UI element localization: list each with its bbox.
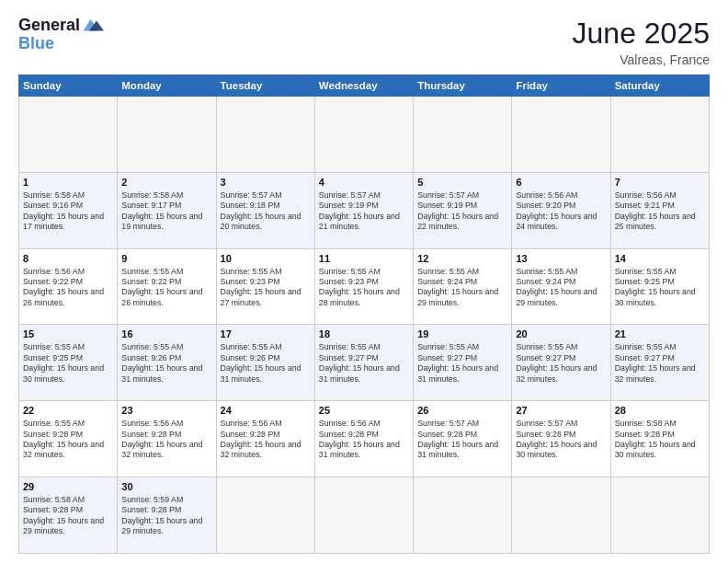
table-row: 21Sunrise: 5:55 AMSunset: 9:27 PMDayligh… bbox=[610, 325, 709, 401]
logo-text: General bbox=[18, 17, 80, 35]
day-number: 20 bbox=[516, 327, 606, 341]
table-row bbox=[414, 97, 512, 173]
day-info: Sunrise: 5:57 AMSunset: 9:28 PMDaylight:… bbox=[516, 419, 606, 461]
table-row bbox=[414, 477, 512, 554]
day-number: 12 bbox=[417, 252, 507, 266]
logo: General Blue bbox=[18, 17, 106, 53]
day-number: 2 bbox=[121, 176, 211, 190]
day-info: Sunrise: 5:59 AMSunset: 9:28 PMDaylight:… bbox=[121, 495, 211, 537]
day-number: 16 bbox=[121, 327, 211, 341]
table-row: 13Sunrise: 5:55 AMSunset: 9:24 PMDayligh… bbox=[512, 248, 610, 325]
table-row: 24Sunrise: 5:56 AMSunset: 9:28 PMDayligh… bbox=[216, 401, 314, 477]
day-number: 25 bbox=[319, 404, 409, 418]
table-row: 30Sunrise: 5:59 AMSunset: 9:28 PMDayligh… bbox=[118, 477, 216, 554]
day-number: 11 bbox=[319, 252, 409, 266]
table-row: 16Sunrise: 5:55 AMSunset: 9:26 PMDayligh… bbox=[118, 325, 216, 401]
day-number: 5 bbox=[417, 176, 507, 190]
title-block: June 2025 Valreas, France bbox=[573, 17, 710, 67]
day-info: Sunrise: 5:55 AMSunset: 9:22 PMDaylight:… bbox=[121, 267, 211, 309]
calendar-subtitle: Valreas, France bbox=[573, 52, 710, 67]
day-number: 24 bbox=[221, 404, 311, 418]
day-number: 7 bbox=[615, 176, 705, 190]
day-number: 30 bbox=[121, 480, 211, 494]
day-number: 28 bbox=[615, 404, 705, 418]
day-info: Sunrise: 5:57 AMSunset: 9:28 PMDaylight:… bbox=[417, 419, 507, 461]
day-info: Sunrise: 5:55 AMSunset: 9:27 PMDaylight:… bbox=[516, 342, 606, 385]
table-row bbox=[118, 97, 216, 173]
day-info: Sunrise: 5:55 AMSunset: 9:26 PMDaylight:… bbox=[221, 342, 311, 385]
table-row: 25Sunrise: 5:56 AMSunset: 9:28 PMDayligh… bbox=[314, 401, 413, 477]
day-info: Sunrise: 5:55 AMSunset: 9:25 PMDaylight:… bbox=[23, 342, 113, 385]
day-number: 8 bbox=[23, 252, 113, 266]
table-row: 22Sunrise: 5:55 AMSunset: 9:28 PMDayligh… bbox=[19, 401, 118, 477]
day-info: Sunrise: 5:58 AMSunset: 9:17 PMDaylight:… bbox=[121, 190, 211, 233]
day-info: Sunrise: 5:55 AMSunset: 9:28 PMDaylight:… bbox=[23, 419, 113, 461]
table-row: 29Sunrise: 5:58 AMSunset: 9:28 PMDayligh… bbox=[19, 477, 118, 554]
day-info: Sunrise: 5:57 AMSunset: 9:19 PMDaylight:… bbox=[319, 190, 409, 233]
calendar-header-row: Sunday Monday Tuesday Wednesday Thursday… bbox=[19, 75, 710, 97]
day-number: 22 bbox=[23, 404, 113, 418]
table-row: 17Sunrise: 5:55 AMSunset: 9:26 PMDayligh… bbox=[216, 325, 314, 401]
table-row: 28Sunrise: 5:58 AMSunset: 9:28 PMDayligh… bbox=[610, 401, 709, 477]
table-row bbox=[314, 477, 413, 554]
table-row: 23Sunrise: 5:56 AMSunset: 9:28 PMDayligh… bbox=[118, 401, 216, 477]
day-info: Sunrise: 5:55 AMSunset: 9:23 PMDaylight:… bbox=[221, 267, 311, 309]
day-number: 3 bbox=[221, 176, 311, 190]
day-number: 17 bbox=[221, 327, 311, 341]
day-info: Sunrise: 5:56 AMSunset: 9:20 PMDaylight:… bbox=[516, 190, 606, 233]
col-thursday: Thursday bbox=[414, 75, 512, 97]
day-info: Sunrise: 5:56 AMSunset: 9:21 PMDaylight:… bbox=[615, 190, 705, 233]
col-monday: Monday bbox=[118, 75, 216, 97]
logo-icon bbox=[82, 17, 104, 35]
calendar-title: June 2025 bbox=[573, 17, 710, 51]
day-info: Sunrise: 5:56 AMSunset: 9:28 PMDaylight:… bbox=[121, 419, 211, 461]
table-row bbox=[216, 97, 314, 173]
calendar-table: Sunday Monday Tuesday Wednesday Thursday… bbox=[18, 75, 710, 554]
table-row: 7Sunrise: 5:56 AMSunset: 9:21 PMDaylight… bbox=[610, 172, 709, 248]
col-wednesday: Wednesday bbox=[314, 75, 413, 97]
table-row bbox=[216, 477, 314, 554]
day-number: 19 bbox=[417, 327, 507, 341]
table-row: 3Sunrise: 5:57 AMSunset: 9:18 PMDaylight… bbox=[216, 172, 314, 248]
table-row bbox=[512, 477, 610, 554]
page: General Blue June 2025 Valreas, France S… bbox=[0, 0, 728, 563]
col-saturday: Saturday bbox=[610, 75, 709, 97]
day-info: Sunrise: 5:57 AMSunset: 9:19 PMDaylight:… bbox=[417, 190, 507, 233]
table-row: 9Sunrise: 5:55 AMSunset: 9:22 PMDaylight… bbox=[118, 248, 216, 325]
logo-blue-text: Blue bbox=[18, 35, 54, 53]
day-number: 21 bbox=[615, 327, 705, 341]
day-number: 13 bbox=[516, 252, 606, 266]
table-row bbox=[610, 97, 709, 173]
table-row: 10Sunrise: 5:55 AMSunset: 9:23 PMDayligh… bbox=[216, 248, 314, 325]
table-row bbox=[19, 97, 118, 173]
col-friday: Friday bbox=[512, 75, 610, 97]
day-info: Sunrise: 5:55 AMSunset: 9:25 PMDaylight:… bbox=[615, 267, 705, 309]
table-row: 19Sunrise: 5:55 AMSunset: 9:27 PMDayligh… bbox=[414, 325, 512, 401]
col-sunday: Sunday bbox=[19, 75, 118, 97]
table-row: 5Sunrise: 5:57 AMSunset: 9:19 PMDaylight… bbox=[414, 172, 512, 248]
day-info: Sunrise: 5:55 AMSunset: 9:24 PMDaylight:… bbox=[516, 267, 606, 309]
table-row: 27Sunrise: 5:57 AMSunset: 9:28 PMDayligh… bbox=[512, 401, 610, 477]
day-info: Sunrise: 5:56 AMSunset: 9:22 PMDaylight:… bbox=[23, 267, 113, 309]
day-number: 4 bbox=[319, 176, 409, 190]
day-number: 10 bbox=[221, 252, 311, 266]
table-row bbox=[314, 97, 413, 173]
day-info: Sunrise: 5:55 AMSunset: 9:27 PMDaylight:… bbox=[417, 342, 507, 385]
table-row bbox=[512, 97, 610, 173]
day-info: Sunrise: 5:58 AMSunset: 9:28 PMDaylight:… bbox=[23, 495, 113, 537]
day-info: Sunrise: 5:55 AMSunset: 9:26 PMDaylight:… bbox=[121, 342, 211, 385]
table-row: 26Sunrise: 5:57 AMSunset: 9:28 PMDayligh… bbox=[414, 401, 512, 477]
day-info: Sunrise: 5:55 AMSunset: 9:27 PMDaylight:… bbox=[615, 342, 705, 385]
day-info: Sunrise: 5:56 AMSunset: 9:28 PMDaylight:… bbox=[221, 419, 311, 461]
day-number: 14 bbox=[615, 252, 705, 266]
day-info: Sunrise: 5:55 AMSunset: 9:23 PMDaylight:… bbox=[319, 267, 409, 309]
day-info: Sunrise: 5:55 AMSunset: 9:27 PMDaylight:… bbox=[319, 342, 409, 385]
day-info: Sunrise: 5:58 AMSunset: 9:28 PMDaylight:… bbox=[615, 419, 705, 461]
day-info: Sunrise: 5:55 AMSunset: 9:24 PMDaylight:… bbox=[417, 267, 507, 309]
day-number: 1 bbox=[23, 176, 113, 190]
table-row: 12Sunrise: 5:55 AMSunset: 9:24 PMDayligh… bbox=[414, 248, 512, 325]
day-number: 29 bbox=[23, 480, 113, 494]
day-number: 9 bbox=[121, 252, 211, 266]
table-row: 20Sunrise: 5:55 AMSunset: 9:27 PMDayligh… bbox=[512, 325, 610, 401]
table-row: 4Sunrise: 5:57 AMSunset: 9:19 PMDaylight… bbox=[314, 172, 413, 248]
